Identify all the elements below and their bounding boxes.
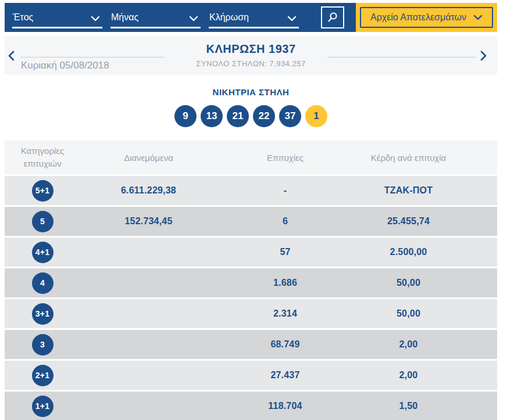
month-dropdown-label: Μήνας (111, 12, 138, 23)
header-categories: Κατηγορίες επιτυχιών (15, 145, 70, 171)
winners-cell: 57 (217, 247, 354, 257)
winners-cell: 27.437 (217, 370, 354, 380)
bonus-number: 1 (313, 110, 319, 122)
archive-results-label: Αρχείο Αποτελεσμάτων (370, 12, 466, 23)
category-cell: 4+1 (5, 242, 80, 263)
table-row: 3+1 2.314 50,00 (5, 299, 497, 328)
category-badge: 4+1 (32, 242, 53, 263)
draw-dropdown-label: Κλήρωση (209, 12, 249, 23)
divider-line (327, 57, 476, 58)
winners-cell: 1.686 (217, 278, 354, 288)
draw-dropdown[interactable]: Κλήρωση (209, 12, 299, 28)
table-row: 5+1 6.611.229,38 - ΤΖΑΚ-ΠΟΤ (5, 176, 497, 205)
category-cell: 2+1 (5, 365, 80, 386)
winning-column-title: ΝΙΚΗΤΡΙΑ ΣΤΗΛΗ (5, 87, 497, 97)
table-body: 5+1 6.611.229,38 - ΤΖΑΚ-ΠΟΤ 5 152.734,45… (5, 176, 497, 420)
category-badge: 1+1 (32, 396, 53, 417)
chevron-down-icon (91, 16, 100, 21)
winning-number-ball: 22 (253, 105, 275, 127)
year-dropdown-label: Έτος (13, 12, 33, 23)
winners-cell: 2.314 (217, 308, 354, 319)
category-cell: 5 (5, 211, 80, 232)
chevron-down-icon (287, 16, 297, 21)
payout-cell: 2,00 (354, 339, 497, 350)
winning-number: 13 (206, 110, 217, 122)
chevron-down-icon (473, 15, 483, 20)
winning-number-ball: 13 (201, 105, 223, 127)
winning-number: 22 (259, 110, 270, 122)
header-payout: Κέρδη ανά επιτυχία (354, 153, 497, 163)
table-header-row: Κατηγορίες επιτυχιών Διανεμόμενα Επιτυχί… (5, 141, 497, 174)
category-badge: 2+1 (32, 365, 53, 386)
winning-number: 9 (183, 110, 188, 122)
payout-cell: 1,50 (354, 401, 497, 411)
winners-cell: 68.749 (217, 339, 354, 350)
search-button[interactable] (321, 6, 344, 28)
table-row: 5 152.734,45 6 25.455,74 (5, 207, 497, 236)
category-cell: 4 (5, 272, 80, 294)
chevron-down-icon (189, 16, 198, 21)
distributed-cell: 152.734,45 (80, 216, 217, 227)
archive-results-button[interactable]: Αρχείο Αποτελεσμάτων (360, 7, 493, 28)
category-badge: 3 (32, 334, 53, 356)
month-dropdown[interactable]: Μήνας (110, 12, 201, 28)
category-badge: 5 (32, 211, 53, 232)
category-cell: 3+1 (5, 303, 80, 325)
table-row: 1+1 118.704 1,50 (5, 392, 497, 420)
table-row: 4 1.686 50,00 (5, 268, 497, 297)
category-cell: 3 (5, 334, 80, 356)
header-distributed: Διανεμόμενα (80, 153, 217, 163)
chevron-right-icon (480, 51, 487, 61)
table-row: 2+1 27.437 2,00 (5, 361, 497, 390)
winning-number-ball: 21 (227, 105, 249, 127)
winning-numbers: 9 13 21 22 37 1 (5, 105, 497, 127)
filter-bar: Έτος Μήνας Κλήρωση Αρχείο Αποτελεσμάτων (5, 3, 497, 32)
draw-header: ΚΛΗΡΩΣΗ 1937 ΣΥΝΟΛΟ ΣΤΗΛΩΝ: 7.934.257 (5, 42, 497, 68)
total-columns-label: ΣΥΝΟΛΟ ΣΤΗΛΩΝ: 7.934.257 (5, 59, 497, 68)
winning-number-ball: 9 (174, 105, 197, 127)
payout-cell: 2,00 (354, 370, 497, 380)
table-row: 3 68.749 2,00 (5, 330, 497, 359)
winning-column-section: ΝΙΚΗΤΡΙΑ ΣΤΗΛΗ 9 13 21 22 37 1 (5, 87, 497, 127)
header-winners: Επιτυχίες (217, 153, 354, 163)
next-draw-button[interactable] (480, 51, 487, 63)
payout-cell: 2.500,00 (354, 247, 497, 257)
results-table: Κατηγορίες επιτυχιών Διανεμόμενα Επιτυχί… (5, 141, 497, 420)
category-cell: 1+1 (5, 396, 80, 417)
payout-cell: 50,00 (354, 308, 497, 319)
winners-cell: - (217, 185, 354, 196)
category-badge: 5+1 (32, 180, 53, 202)
payout-cell: 25.455,74 (354, 216, 497, 227)
category-badge: 4 (32, 272, 53, 294)
category-badge: 3+1 (32, 303, 53, 325)
bonus-number-ball: 1 (305, 105, 327, 127)
winners-cell: 6 (217, 216, 354, 227)
magnifier-icon (327, 12, 338, 23)
winning-number: 37 (285, 110, 296, 122)
winners-cell: 118.704 (217, 401, 354, 411)
category-cell: 5+1 (5, 180, 80, 202)
distributed-cell: 6.611.229,38 (80, 185, 217, 196)
payout-cell: ΤΖΑΚ-ΠΟΤ (354, 185, 497, 196)
filter-bar-blue-section: Έτος Μήνας Κλήρωση (5, 3, 356, 32)
filter-bar-yellow-section: Αρχείο Αποτελεσμάτων (356, 3, 497, 32)
draw-title: ΚΛΗΡΩΣΗ 1937 (5, 42, 497, 56)
draw-navigation: Κυριακή 05/08/2018 ΚΛΗΡΩΣΗ 1937 ΣΥΝΟΛΟ Σ… (5, 36, 497, 74)
winning-number-ball: 37 (279, 105, 301, 127)
payout-cell: 50,00 (354, 278, 497, 288)
year-dropdown[interactable]: Έτος (12, 12, 102, 28)
winning-number: 21 (233, 110, 244, 122)
table-row: 4+1 57 2.500,00 (5, 238, 497, 267)
